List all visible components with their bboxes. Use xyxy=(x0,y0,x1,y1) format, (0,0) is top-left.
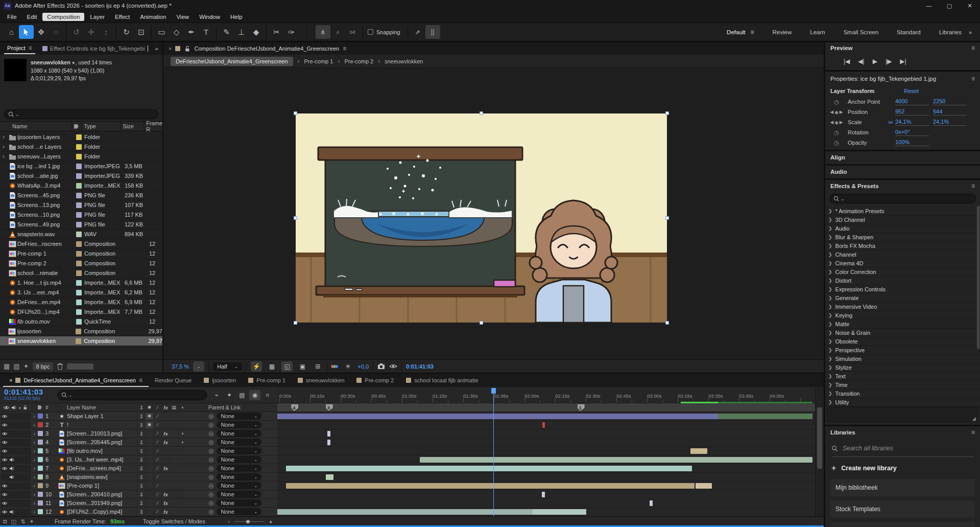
menu-item[interactable]: Animation xyxy=(135,13,171,21)
project-row[interactable]: fib outro.mov QuickTime 12 xyxy=(0,317,162,327)
layer-name[interactable]: [fib outro.mov] xyxy=(67,448,137,454)
layer-duration-bar[interactable] xyxy=(286,483,695,489)
menu-item[interactable]: Effect xyxy=(110,13,134,21)
layer-track[interactable] xyxy=(277,412,815,421)
label-color-chip[interactable] xyxy=(76,270,82,276)
label-color-chip[interactable] xyxy=(76,202,82,208)
breadcrumb-item[interactable]: Pre-comp 1 xyxy=(304,58,333,64)
label-color-chip[interactable] xyxy=(76,329,81,334)
frame-blend-switch[interactable] xyxy=(170,422,178,428)
menu-item[interactable]: Layer xyxy=(85,13,109,21)
parent-dropdown[interactable]: None⌄ xyxy=(217,465,261,472)
more-workspaces-button[interactable]: » xyxy=(969,29,972,35)
menu-item[interactable]: Edit xyxy=(22,13,42,21)
solo-toggle[interactable] xyxy=(16,474,23,480)
layer-track[interactable] xyxy=(277,482,815,490)
parent-dropdown[interactable]: None⌄ xyxy=(217,439,261,446)
frame-blend-column-icon[interactable]: ▤ xyxy=(170,404,178,411)
project-row[interactable]: sneeuwvlokken Composition 29,97 xyxy=(0,336,162,346)
audio-toggle[interactable] xyxy=(9,491,16,498)
layer-color-chip[interactable] xyxy=(38,500,43,506)
playhead-handle[interactable] xyxy=(491,388,496,394)
label-color-chip[interactable] xyxy=(76,280,82,286)
frame-blend-switch[interactable] xyxy=(170,491,178,498)
composition-marker[interactable]: 1 xyxy=(578,404,585,411)
maximize-button[interactable]: ▢ xyxy=(939,0,960,11)
collapse-switch[interactable] xyxy=(145,509,153,515)
effects-category[interactable]: ❯ Text xyxy=(825,372,980,381)
effects-switch[interactable]: fx xyxy=(161,509,170,515)
layer-row[interactable]: › 9 [Pre-comp 1] ∕ ◎ None⌄ xyxy=(0,482,277,490)
breadcrumb-item[interactable]: Pre-comp 2 xyxy=(344,58,373,64)
joint-overlap-tool[interactable]: ⋈ xyxy=(345,25,360,39)
effects-category[interactable]: ❯ Utility xyxy=(825,398,980,407)
keyframe-controls[interactable]: ◷ xyxy=(825,140,848,146)
search-project-icon[interactable]: ✦ xyxy=(23,362,29,370)
composition-marker[interactable]: 4 xyxy=(291,404,298,411)
quality-switch[interactable]: ∕ xyxy=(153,500,161,507)
layer-duration-bar[interactable] xyxy=(696,483,712,489)
tab-overflow-button[interactable]: » xyxy=(155,45,158,52)
selection-handle[interactable] xyxy=(294,216,297,220)
audio-column-icon[interactable] xyxy=(11,405,17,410)
effects-category[interactable]: ❯ 3D Channel xyxy=(825,216,980,224)
pickwhip-icon[interactable]: ◎ xyxy=(208,482,213,489)
libraries-panel-header[interactable]: Libraries≡ xyxy=(825,427,980,438)
grid-guides-icon[interactable]: ⊞ xyxy=(312,361,323,372)
shy-switch[interactable] xyxy=(137,413,145,420)
lock-toggle[interactable] xyxy=(23,448,31,454)
layer-duration-bar[interactable] xyxy=(690,448,708,454)
layer-row[interactable]: › 6 [3. IJs...het weer..mp4] ∕ ◎ None⌄ xyxy=(0,455,277,464)
project-row[interactable]: › ijssoorten Layers Folder xyxy=(0,132,162,142)
parent-dropdown[interactable]: None⌄ xyxy=(217,447,261,454)
lock-toggle[interactable] xyxy=(23,500,31,507)
audio-toggle[interactable] xyxy=(9,430,16,437)
pickwhip-icon[interactable]: ◎ xyxy=(208,413,213,420)
effects-category[interactable]: ❯ Keying xyxy=(825,311,980,320)
shy-switch[interactable] xyxy=(137,439,145,446)
motion-blur-switch[interactable] xyxy=(178,474,186,480)
motion-blur-switch[interactable] xyxy=(178,465,186,472)
layer-color-chip[interactable] xyxy=(38,431,43,436)
layer-name[interactable]: [snapsterio.wav] xyxy=(67,474,137,480)
pan-camera-tool[interactable]: ✛ xyxy=(84,25,99,39)
frame-blend-switch[interactable] xyxy=(170,465,178,472)
draft-3d-icon[interactable]: ✦ xyxy=(224,390,235,400)
video-toggle[interactable] xyxy=(1,456,8,463)
layer-name[interactable]: [Screen...200410.png] xyxy=(67,491,137,497)
project-row[interactable]: 3. IJs ...eer..mp4 Importe...MEX 6,2 MB … xyxy=(0,288,162,297)
transfer-modes-icon[interactable]: ◫ xyxy=(11,518,16,525)
label-color-chip[interactable] xyxy=(76,164,82,169)
project-row[interactable]: school ...atie.jpg ImporterJPEG 339 KB xyxy=(0,171,162,181)
parent-link-column[interactable]: Parent & Link xyxy=(208,404,241,410)
layer-duration-bar[interactable] xyxy=(286,466,692,471)
shy-switch[interactable] xyxy=(137,430,145,437)
lock-toggle[interactable] xyxy=(23,430,31,437)
expand-arrow-icon[interactable]: › xyxy=(31,509,38,515)
shy-switch[interactable] xyxy=(137,465,145,472)
expand-arrow-icon[interactable]: › xyxy=(31,483,38,489)
solo-column-icon[interactable]: ● xyxy=(18,406,20,409)
shy-switch[interactable] xyxy=(137,422,145,428)
composition-image[interactable] xyxy=(296,113,667,323)
frame-blend-switch[interactable] xyxy=(170,448,178,454)
number-column[interactable]: # xyxy=(44,404,57,410)
project-row[interactable]: Screens...49.png PNG file 122 KB xyxy=(0,220,162,230)
property-value-x[interactable]: 4000 xyxy=(895,98,929,105)
layer-row[interactable]: › 2 T ! ✱ ∕ ◎ None⌄ xyxy=(0,421,277,429)
lock-icon[interactable] xyxy=(184,45,190,52)
label-color-chip[interactable] xyxy=(76,338,81,344)
mask-shape-tool[interactable]: ◇ xyxy=(169,25,184,39)
parent-dropdown[interactable]: None⌄ xyxy=(217,473,261,480)
fast-preview-icon[interactable]: ⚡ xyxy=(251,361,262,372)
grid-options-icon[interactable]: ⣿ xyxy=(425,25,440,39)
collapse-switch[interactable] xyxy=(145,491,153,498)
frame-blend-switch[interactable] xyxy=(170,413,178,420)
layer-duration-bar[interactable] xyxy=(326,474,333,480)
effects-category[interactable]: ❯ Immersive Video xyxy=(825,303,980,311)
layer-track[interactable] xyxy=(277,429,815,438)
quality-switch[interactable]: ∕ xyxy=(153,413,161,420)
label-color-chip[interactable] xyxy=(76,232,82,237)
pickwhip-icon[interactable]: ◎ xyxy=(208,465,213,472)
effects-category[interactable]: ❯ Blur & Sharpen xyxy=(825,233,980,242)
